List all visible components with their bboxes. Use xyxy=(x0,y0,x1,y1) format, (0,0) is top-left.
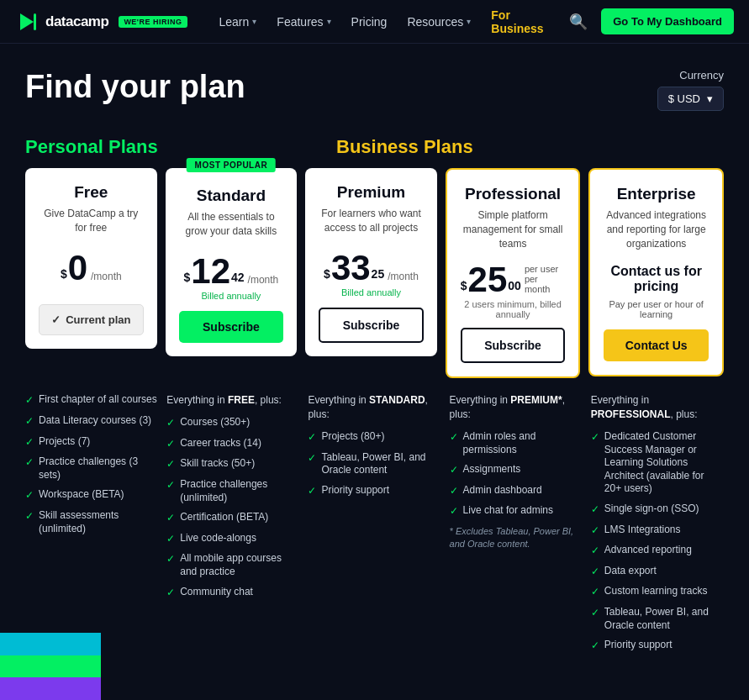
feature-item: ✓Priority support xyxy=(591,639,724,653)
features-col-enterprise: Everything in PROFESSIONAL, plus: ✓Dedic… xyxy=(591,393,724,659)
check-icon: ✓ xyxy=(166,533,175,546)
nav-item-learn[interactable]: Learn ▾ xyxy=(211,10,266,34)
contact-us-button[interactable]: Contact Us xyxy=(604,329,709,361)
nav-item-pricing[interactable]: Pricing xyxy=(343,10,396,34)
billed-note-professional: 2 users minimum, billed annually xyxy=(461,299,566,319)
check-icon: ✓ xyxy=(166,438,175,451)
feature-item: ✓Tableau, Power BI, and Oracle content xyxy=(308,451,440,477)
feature-item: ✓Priority support xyxy=(308,484,440,498)
billed-note-standard: Billed annually xyxy=(179,291,284,301)
check-icon: ✓ xyxy=(51,313,61,326)
plan-name-free: Free xyxy=(39,183,144,202)
feature-item: ✓Admin roles and permissions xyxy=(450,430,583,456)
bottom-decoration xyxy=(0,633,101,700)
check-icon: ✓ xyxy=(166,479,175,492)
price-dollar-professional: $ xyxy=(461,279,467,292)
chevron-down-icon: ▾ xyxy=(467,17,471,26)
features-intro-premium: Everything in STANDARD, plus: xyxy=(308,393,440,422)
bar-cyan xyxy=(0,633,101,655)
check-icon: ✓ xyxy=(166,417,175,430)
nav-item-resources[interactable]: Resources ▾ xyxy=(398,10,479,34)
hiring-badge: WE'RE HIRING xyxy=(119,16,187,28)
check-icon: ✓ xyxy=(591,503,599,517)
feature-item: ✓Advanced reporting xyxy=(591,544,724,558)
check-icon: ✓ xyxy=(25,436,34,450)
current-plan-button[interactable]: ✓ Current plan xyxy=(39,304,144,335)
page-title: Find your plan xyxy=(25,69,245,105)
plan-desc-professional: Simple platform management for small tea… xyxy=(461,208,566,250)
subscribe-button-premium[interactable]: Subscribe xyxy=(319,308,424,343)
logo-text: datacamp xyxy=(45,13,108,30)
price-decimal-premium: 25 xyxy=(372,267,385,281)
plan-card-premium: Premium For learners who want access to … xyxy=(305,168,437,356)
feature-item: ✓Projects (7) xyxy=(25,435,158,450)
price-dollar-standard: $ xyxy=(184,271,191,284)
business-plans-header: Business Plans xyxy=(336,136,473,157)
price-period-standard: /month xyxy=(248,274,279,286)
feature-item: ✓Practice challenges (unlimited) xyxy=(166,478,299,504)
check-icon: ✓ xyxy=(591,607,599,620)
check-icon: ✓ xyxy=(450,505,458,518)
price-decimal-professional: 00 xyxy=(508,279,521,292)
contact-pricing: Contact us for pricing xyxy=(604,264,709,294)
feature-item: ✓Projects (80+) xyxy=(308,430,440,445)
currency-label: Currency xyxy=(679,69,724,82)
plan-card-enterprise: Enterprise Advanced integrations and rep… xyxy=(588,168,724,376)
features-intro-standard: Everything in FREE, plus: xyxy=(166,393,299,408)
plan-desc-standard: All the essentials to grow your data ski… xyxy=(179,210,284,242)
feature-item: ✓LMS Integrations xyxy=(591,524,724,538)
currency-select[interactable]: $ USD ▾ xyxy=(657,87,724,111)
check-icon: ✓ xyxy=(591,566,599,579)
price-decimal-standard: 42 xyxy=(231,271,245,284)
bar-green xyxy=(0,655,101,678)
feature-item: ✓Assignments xyxy=(450,463,583,477)
nav-links: Learn ▾ Features ▾ Pricing Resources ▾ F… xyxy=(211,3,563,40)
search-icon[interactable]: 🔍 xyxy=(562,8,594,36)
features-col-premium: Everything in STANDARD, plus: ✓Projects … xyxy=(308,393,440,659)
plan-price-professional: $ 25 00 per user per month xyxy=(461,262,566,297)
check-icon: ✓ xyxy=(25,456,34,470)
price-dollar-free: $ xyxy=(61,267,67,281)
feature-note-professional: * Excludes Tableau, Power BI, and Oracle… xyxy=(450,525,583,551)
feature-item: ✓Data Literacy courses (3) xyxy=(25,414,158,429)
nav-item-features[interactable]: Features ▾ xyxy=(268,10,339,34)
feature-item: ✓Live code-alongs xyxy=(166,532,299,546)
plan-desc-enterprise: Advanced integrations and reporting for … xyxy=(604,208,709,250)
plan-price-standard: $ 12 42 /month xyxy=(179,254,284,289)
go-to-dashboard-button[interactable]: Go To My Dashboard xyxy=(601,8,734,34)
feature-item: ✓Workspace (BETA) xyxy=(25,488,158,503)
bar-purple xyxy=(0,677,101,700)
price-main-professional: 25 xyxy=(468,262,508,297)
check-icon: ✓ xyxy=(450,464,458,477)
features-col-standard: Everything in FREE, plus: ✓Courses (350+… xyxy=(166,393,299,659)
currency-block: Currency $ USD ▾ xyxy=(657,69,724,111)
logo[interactable]: datacamp WE'RE HIRING xyxy=(15,10,187,34)
feature-item: ✓Tableau, Power BI, and Oracle content xyxy=(591,606,724,632)
feature-item: ✓First chapter of all courses xyxy=(25,393,158,408)
plan-price-free: $ 0 /month xyxy=(39,250,144,286)
feature-item: ✓Skill assessments (unlimited) xyxy=(25,509,158,535)
price-dollar-premium: $ xyxy=(324,267,330,281)
check-icon: ✓ xyxy=(25,394,34,408)
subscribe-button-standard[interactable]: Subscribe xyxy=(179,311,284,343)
feature-item: ✓Custom learning tracks xyxy=(591,585,724,599)
check-icon: ✓ xyxy=(25,510,34,524)
feature-item: ✓Data export xyxy=(591,565,724,579)
header-row: Find your plan Currency $ USD ▾ xyxy=(25,69,724,111)
check-icon: ✓ xyxy=(591,586,599,599)
nav-for-business[interactable]: For Business xyxy=(483,3,562,40)
features-intro-professional: Everything in PREMIUM*, plus: xyxy=(450,393,583,422)
price-period-premium: /month xyxy=(388,271,419,282)
price-main-standard: 12 xyxy=(191,254,230,289)
plans-row: Free Give DataCamp a try for free $ 0 /m… xyxy=(25,168,724,378)
main-content: Find your plan Currency $ USD ▾ Personal… xyxy=(0,44,749,676)
features-col-professional: Everything in PREMIUM*, plus: ✓Admin rol… xyxy=(450,393,583,659)
subscribe-button-professional[interactable]: Subscribe xyxy=(461,328,566,363)
price-period-professional: per user per month xyxy=(525,264,566,294)
check-icon: ✓ xyxy=(308,485,316,498)
check-icon: ✓ xyxy=(166,512,175,525)
chevron-down-icon: ▾ xyxy=(252,17,256,26)
navbar: datacamp WE'RE HIRING Learn ▾ Features ▾… xyxy=(0,0,749,44)
plan-desc-premium: For learners who want access to all proj… xyxy=(319,207,424,239)
plan-desc-free: Give DataCamp a try for free xyxy=(39,207,144,239)
